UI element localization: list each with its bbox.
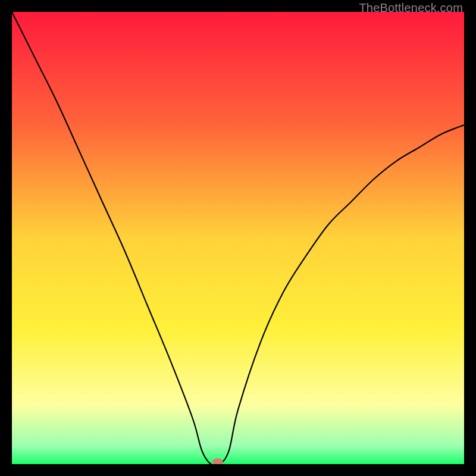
- gradient-background: [12, 12, 464, 464]
- chart-frame: TheBottleneck.com: [0, 0, 476, 476]
- chart-svg: [12, 12, 464, 464]
- plot-area: [12, 12, 464, 464]
- watermark-text: TheBottleneck.com: [359, 1, 463, 15]
